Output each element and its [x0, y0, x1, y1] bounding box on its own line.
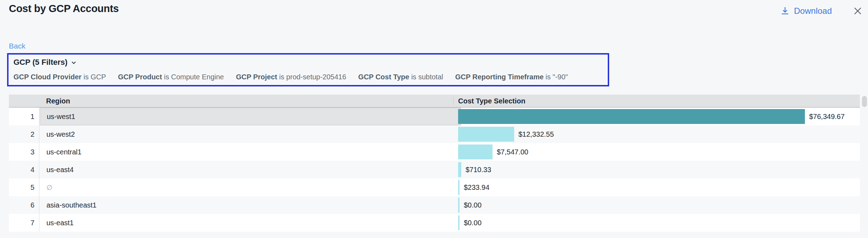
download-button[interactable]: Download — [780, 6, 832, 16]
row-index: 2 — [9, 125, 39, 143]
table-row[interactable]: 1 us-west1 $76,349.67 — [9, 108, 860, 125]
table-row[interactable]: 3 us-central1 $7,547.00 — [9, 143, 860, 161]
download-label: Download — [794, 6, 832, 16]
cost-value: $76,349.67 — [809, 113, 845, 121]
cost-value: $12,332.55 — [518, 130, 554, 138]
table-row[interactable]: 4 us-east4 $710.33 — [9, 161, 860, 178]
filter-item: GCP Product is Compute Engine — [118, 73, 224, 81]
download-icon — [780, 6, 790, 16]
cost-bar — [458, 198, 460, 212]
region-cell[interactable]: us-central1 — [40, 143, 461, 161]
filter-summary-toggle[interactable]: GCP (5 Filters) — [13, 58, 77, 67]
region-cell[interactable]: ∅ — [40, 178, 461, 196]
bar-cell: $0.00 — [458, 214, 860, 232]
page-title: Cost by GCP Accounts — [9, 3, 119, 15]
row-index: 1 — [9, 108, 39, 125]
cost-value: $0.00 — [464, 219, 482, 227]
filter-chip-row: GCP Cloud Provider is GCP GCP Product is… — [13, 73, 568, 81]
region-cell[interactable]: us-west1 — [40, 108, 461, 125]
table-header: Region Cost Type Selection — [9, 95, 860, 108]
table-row[interactable]: 5 ∅ $233.94 — [9, 178, 860, 196]
bar-cell: $76,349.67 — [458, 108, 860, 125]
close-icon[interactable] — [852, 5, 864, 17]
cost-bar — [458, 215, 460, 230]
row-index: 6 — [9, 196, 39, 214]
bar-cell: $7,547.00 — [458, 143, 860, 161]
cost-value: $7,547.00 — [497, 148, 528, 156]
cost-report-modal: Cost by GCP Accounts Download Back GCP (… — [0, 0, 868, 238]
bar-cell: $0.00 — [458, 196, 860, 214]
table-row[interactable]: 2 us-west2 $12,332.55 — [9, 125, 860, 143]
filter-summary-label: GCP (5 Filters) — [13, 58, 67, 67]
bar-cell: $233.94 — [458, 178, 860, 196]
filter-item: GCP Reporting Timeframe is "-90" — [455, 73, 568, 81]
table-row[interactable]: 7 us-east1 $0.00 — [9, 214, 860, 232]
row-index: 7 — [9, 214, 39, 232]
cost-table: Region Cost Type Selection 1 us-west1 $7… — [9, 95, 860, 232]
cost-value: $233.94 — [464, 183, 489, 192]
chevron-down-icon — [71, 60, 77, 66]
filter-item: GCP Cloud Provider is GCP — [13, 73, 106, 81]
bar-cell: $12,332.55 — [458, 125, 860, 143]
region-cell[interactable]: asia-southeast1 — [40, 196, 461, 214]
cost-bar — [458, 180, 460, 195]
cost-value: $710.33 — [466, 166, 491, 174]
row-index: 4 — [9, 161, 39, 178]
row-index: 5 — [9, 178, 39, 196]
filter-item: GCP Project is prod-setup-205416 — [236, 73, 346, 81]
column-header-cost-type: Cost Type Selection — [458, 97, 525, 105]
back-link[interactable]: Back — [9, 42, 26, 50]
region-cell[interactable]: us-east1 — [40, 214, 461, 232]
bar-cell: $710.33 — [458, 161, 860, 178]
filter-item: GCP Cost Type is subtotal — [358, 73, 443, 81]
region-cell[interactable]: us-west2 — [40, 125, 461, 143]
table-row[interactable]: 6 asia-southeast1 $0.00 — [9, 196, 860, 214]
cost-bar — [458, 144, 493, 159]
scrollbar-thumb[interactable] — [862, 96, 867, 107]
row-index: 3 — [9, 143, 39, 161]
cost-bar — [458, 109, 805, 124]
region-cell[interactable]: us-east4 — [40, 161, 461, 178]
cost-bar — [458, 127, 514, 142]
cost-bar — [458, 162, 461, 177]
cost-value: $0.00 — [464, 201, 482, 209]
topbar-actions: Download — [780, 5, 864, 17]
column-header-region: Region — [46, 97, 70, 105]
filter-group-box: GCP (5 Filters) GCP Cloud Provider is GC… — [7, 53, 609, 86]
column-divider — [453, 97, 454, 105]
